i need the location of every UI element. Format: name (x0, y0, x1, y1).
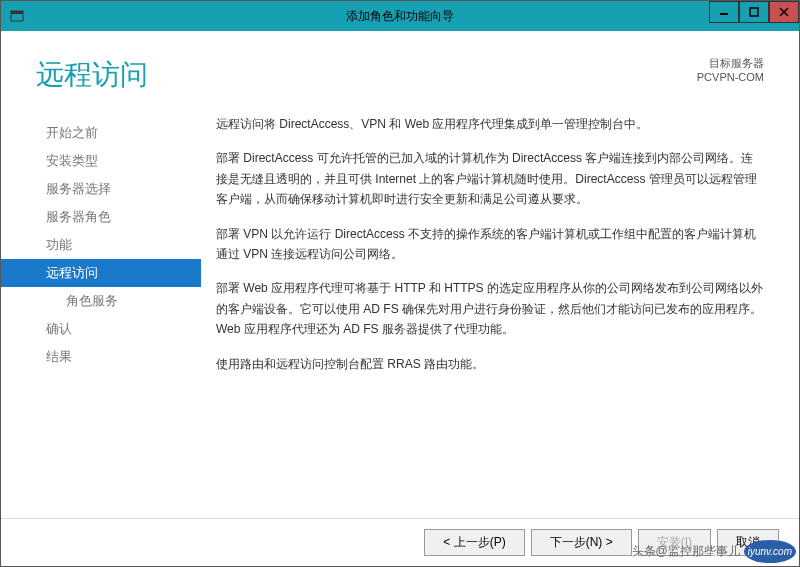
previous-button[interactable]: < 上一步(P) (424, 529, 524, 556)
window-titlebar: 添加角色和功能向导 (1, 1, 799, 31)
main-content: 开始之前 安装类型 服务器选择 服务器角色 功能 远程访问 角色服务 确认 结果… (1, 114, 799, 518)
minimize-button[interactable] (709, 1, 739, 23)
sidebar-item-results[interactable]: 结果 (1, 343, 201, 371)
watermark-text: 头条@监控那些事儿 (632, 543, 740, 560)
sidebar-item-features[interactable]: 功能 (1, 231, 201, 259)
header-section: 远程访问 目标服务器 PCVPN-COM (1, 31, 799, 114)
page-title: 远程访问 (36, 56, 148, 94)
app-icon (9, 8, 25, 24)
description-p5: 使用路由和远程访问控制台配置 RRAS 路由功能。 (216, 354, 764, 374)
description-p4: 部署 Web 应用程序代理可将基于 HTTP 和 HTTPS 的选定应用程序从你… (216, 278, 764, 339)
sidebar-item-begin[interactable]: 开始之前 (1, 119, 201, 147)
sidebar-item-install-type[interactable]: 安装类型 (1, 147, 201, 175)
svg-rect-3 (750, 8, 758, 16)
sidebar-item-confirm[interactable]: 确认 (1, 315, 201, 343)
next-button[interactable]: 下一步(N) > (531, 529, 632, 556)
description-p1: 远程访问将 DirectAccess、VPN 和 Web 应用程序代理集成到单一… (216, 114, 764, 134)
description-area: 远程访问将 DirectAccess、VPN 和 Web 应用程序代理集成到单一… (201, 114, 799, 518)
wizard-steps-sidebar: 开始之前 安装类型 服务器选择 服务器角色 功能 远程访问 角色服务 确认 结果 (1, 114, 201, 518)
description-p3: 部署 VPN 以允许运行 DirectAccess 不支持的操作系统的客户端计算… (216, 224, 764, 265)
sidebar-item-server-roles[interactable]: 服务器角色 (1, 203, 201, 231)
close-button[interactable] (769, 1, 799, 23)
window-title: 添加角色和功能向导 (346, 8, 454, 25)
svg-rect-1 (11, 11, 23, 14)
target-server-name: PCVPN-COM (697, 71, 764, 83)
sidebar-item-server-select[interactable]: 服务器选择 (1, 175, 201, 203)
maximize-button[interactable] (739, 1, 769, 23)
target-server-info: 目标服务器 PCVPN-COM (697, 56, 764, 94)
content-area: 远程访问 目标服务器 PCVPN-COM 开始之前 安装类型 服务器选择 服务器… (1, 31, 799, 518)
sidebar-item-remote-access[interactable]: 远程访问 (1, 259, 201, 287)
target-label: 目标服务器 (697, 56, 764, 71)
sidebar-item-role-services[interactable]: 角色服务 (1, 287, 201, 315)
description-p2: 部署 DirectAccess 可允许托管的已加入域的计算机作为 DirectA… (216, 148, 764, 209)
watermark-badge: iyunv.com (744, 540, 796, 563)
window-controls (709, 1, 799, 23)
watermark: 头条@监控那些事儿 iyunv.com (632, 540, 796, 563)
